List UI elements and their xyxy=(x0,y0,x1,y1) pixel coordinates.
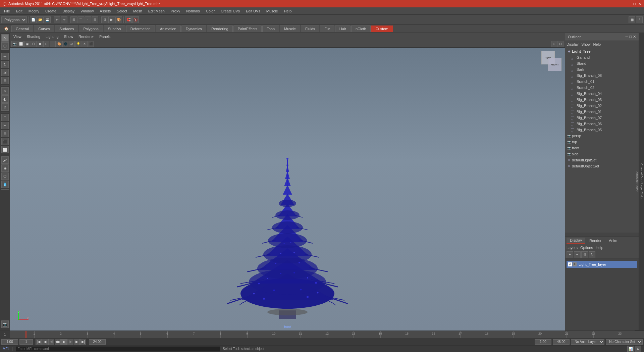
tab-curves[interactable]: Curves xyxy=(34,26,54,32)
tb-render-settings[interactable]: ⚙ xyxy=(101,16,108,23)
ol-menu-display[interactable]: Display xyxy=(567,42,579,46)
create-poly[interactable]: ◻ xyxy=(1,114,9,121)
paint-attr[interactable]: ⬡ xyxy=(1,172,9,180)
tab-deformation[interactable]: Deformation xyxy=(126,26,155,32)
cb-tab-display[interactable]: Display xyxy=(567,238,585,244)
vert-tab-channel-box[interactable]: Channel Box / Layer Editor xyxy=(639,33,644,331)
ol-item-big-branch-06[interactable]: —○ Big_Branch_06 xyxy=(565,121,639,127)
scale-tool[interactable]: ⇲ xyxy=(1,69,9,76)
vp-ambient-occ[interactable]: ◎ xyxy=(69,41,75,47)
vp-menu-view[interactable]: View xyxy=(11,35,23,39)
menu-select[interactable]: Select xyxy=(114,8,130,14)
bridge[interactable]: ⬜ xyxy=(1,146,9,153)
anim-end-field[interactable] xyxy=(553,339,570,345)
show-manip[interactable]: ⊕ xyxy=(1,103,9,111)
tab-painteffects[interactable]: PaintEffects xyxy=(233,26,262,32)
tab-custom[interactable]: Custom xyxy=(371,26,393,32)
paint-skin[interactable]: ◈ xyxy=(1,164,9,172)
bstab-help[interactable]: Help xyxy=(596,246,603,250)
ol-item-big-branch-07[interactable]: —○ Big_Branch_07 xyxy=(565,115,639,121)
vert-tab-attribute-editor[interactable]: Attribute Editor xyxy=(635,33,639,331)
ol-item-big-branch-01[interactable]: —○ Big_Branch_01 xyxy=(565,109,639,115)
bstab-options[interactable]: Options xyxy=(580,246,593,250)
play-fwd-btn[interactable]: ▶ xyxy=(61,339,67,345)
mel-input[interactable] xyxy=(16,346,220,352)
tab-fluids[interactable]: Fluids xyxy=(301,26,319,32)
menu-window[interactable]: Window xyxy=(78,8,96,14)
menu-assets[interactable]: Assets xyxy=(97,8,113,14)
range-start-field[interactable] xyxy=(1,339,18,345)
ol-item-branch-02[interactable]: —○ Branch_02 xyxy=(565,85,639,91)
ol-item-front[interactable]: 📷 front xyxy=(565,145,639,151)
menu-color[interactable]: Color xyxy=(203,8,217,14)
vp-resolution[interactable]: ⊟ xyxy=(557,41,564,47)
layer-visibility-icon[interactable]: V xyxy=(568,262,572,266)
transform-tool[interactable]: ⊞ xyxy=(1,77,9,84)
prev-frame-btn[interactable]: ◀ xyxy=(42,339,48,345)
tb-snap-grid[interactable]: ⊞ xyxy=(70,16,77,23)
anim-start-field[interactable] xyxy=(535,339,551,345)
soft-mod-tool[interactable]: ○ xyxy=(1,87,9,95)
tab-general[interactable]: General xyxy=(11,26,33,32)
mode-dropdown[interactable]: Polygons xyxy=(1,16,27,23)
tb-new[interactable]: 📄 xyxy=(30,16,37,23)
vp-smooth[interactable]: ◼ xyxy=(37,41,43,47)
vp-menu-show[interactable]: Show xyxy=(62,35,75,39)
ol-item-top[interactable]: 📷 top xyxy=(565,139,639,145)
tab-polygons[interactable]: Polygons xyxy=(79,26,103,32)
ol-item-default-object-set[interactable]: ⊕ defaultObjectSet xyxy=(565,163,639,169)
tb-ipr[interactable]: 🎨 xyxy=(115,16,122,23)
vp-textured[interactable]: 🎨 xyxy=(56,41,62,47)
anim-layer-dropdown[interactable]: No Anim Layer xyxy=(571,339,604,345)
ol-item-big-branch-04[interactable]: —○ Big_Branch_04 xyxy=(565,91,639,97)
tb-snap-point[interactable]: · xyxy=(85,16,91,23)
tb-save[interactable]: 💾 xyxy=(44,16,51,23)
next-frame-btn[interactable]: ▶ xyxy=(74,339,80,345)
vp-use-all-lights[interactable]: ☀ xyxy=(82,41,88,47)
extrude[interactable]: ⬛ xyxy=(1,138,9,145)
vp-menu-renderer[interactable]: Renderer xyxy=(76,35,96,39)
tb-silence[interactable]: 🔇 xyxy=(132,16,139,23)
goto-start-btn[interactable]: |◀ xyxy=(36,339,42,345)
tb-undo[interactable]: ↩ xyxy=(54,16,60,23)
move-tool[interactable]: ✛ xyxy=(1,53,9,60)
menu-edit-mesh[interactable]: Edit Mesh xyxy=(146,8,167,14)
status-icon-2[interactable]: ⚙ xyxy=(635,346,641,352)
ol-item-garland[interactable]: —○ Garland xyxy=(565,54,639,60)
vp-menu-lighting[interactable]: Lighting xyxy=(44,35,61,39)
menu-edit[interactable]: Edit xyxy=(13,8,25,14)
vp-two-sided[interactable]: ⬛ xyxy=(88,41,94,47)
ol-menu-help[interactable]: Help xyxy=(593,42,601,46)
tab-toon[interactable]: Toon xyxy=(262,26,279,32)
tab-surfaces[interactable]: Surfaces xyxy=(55,26,78,32)
camera-options[interactable]: 📷 xyxy=(1,320,9,328)
outliner-hscroll[interactable] xyxy=(565,233,639,237)
rotate-tool[interactable]: ↻ xyxy=(1,61,9,68)
layer-lock-icon[interactable]: P xyxy=(573,262,577,266)
tab-animation[interactable]: Animation xyxy=(156,26,181,32)
viewport-canvas[interactable]: TOP FRONT X Y front xyxy=(10,48,565,331)
layer-new[interactable]: + xyxy=(567,251,573,258)
tb-open[interactable]: 📂 xyxy=(37,16,44,23)
tab-ncloth[interactable]: nCloth xyxy=(351,26,371,32)
tb-render[interactable]: ▶ xyxy=(108,16,115,23)
menu-proxy[interactable]: Proxy xyxy=(168,8,183,14)
ol-item-big-branch-05[interactable]: —○ Big_Branch_05 xyxy=(565,127,639,133)
tab-hair[interactable]: Hair xyxy=(335,26,351,32)
ol-item-branch-01[interactable]: —○ Branch_01 xyxy=(565,79,639,85)
menu-create[interactable]: Create xyxy=(43,8,59,14)
layer-refresh[interactable]: ↻ xyxy=(589,251,595,258)
cube-front-face[interactable]: FRONT xyxy=(548,58,561,71)
lasso-tool[interactable]: ⬡ xyxy=(1,42,9,50)
bstab-layers[interactable]: Layers xyxy=(567,246,578,250)
prev-key-btn[interactable]: ◁ xyxy=(48,339,54,345)
layer-delete[interactable]: − xyxy=(574,251,581,258)
home-icon[interactable]: 🏠 xyxy=(1,25,11,33)
timeline-playhead[interactable] xyxy=(25,331,26,338)
ol-item-big-branch-02[interactable]: —○ Big_Branch_02 xyxy=(565,103,639,109)
menu-help[interactable]: Help xyxy=(281,8,294,14)
menu-create-uvs[interactable]: Create UVs xyxy=(218,8,243,14)
tb-snap-curve[interactable]: ⌒ xyxy=(77,16,84,23)
ol-menu-show[interactable]: Show xyxy=(581,42,591,46)
multi-cut[interactable]: ✂ xyxy=(1,122,9,129)
